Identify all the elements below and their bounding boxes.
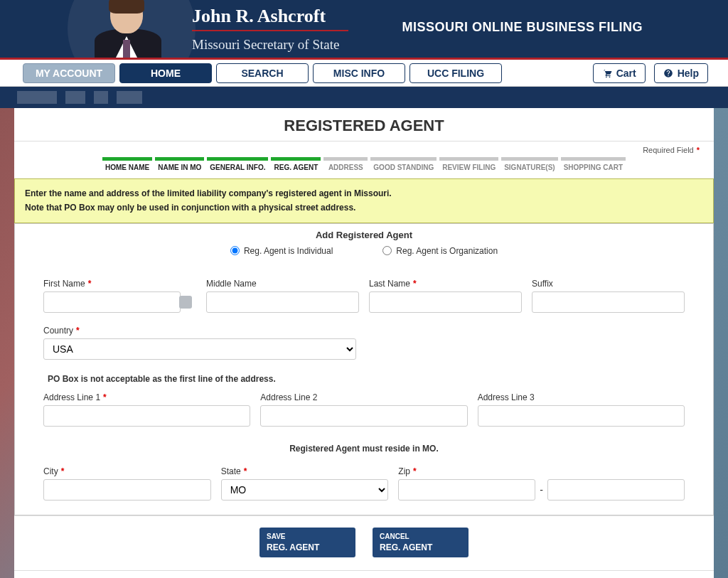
page-title: REGISTERED AGENT — [14, 108, 714, 141]
middle-name-input[interactable] — [206, 291, 359, 313]
help-button[interactable]: Help — [654, 63, 708, 83]
subnav-placeholder — [94, 91, 108, 104]
country-label: Country — [43, 326, 73, 336]
country-select[interactable]: USA — [43, 338, 356, 360]
step-signatures: SIGNATURE(S) — [501, 157, 557, 171]
cancel-button-big: REG. AGENT — [380, 542, 461, 554]
instruction-box: Enter the name and address of the limite… — [14, 178, 714, 223]
radio-agent-individual-input[interactable] — [230, 246, 240, 255]
save-button-small: SAVE — [267, 532, 348, 541]
radio-agent-organization-input[interactable] — [382, 246, 392, 255]
agent-type-radio-group: Reg. Agent is Individual Reg. Agent is O… — [15, 243, 713, 266]
help-label: Help — [678, 68, 699, 79]
nav-misc-info[interactable]: MISC INFO — [313, 63, 405, 83]
header-banner: John R. Ashcroft Missouri Secretary of S… — [0, 0, 728, 60]
subnav-placeholder — [65, 91, 85, 104]
save-button-big: REG. AGENT — [267, 542, 348, 554]
svg-point-1 — [609, 76, 610, 77]
state-label: State — [221, 466, 241, 476]
nav-search[interactable]: SEARCH — [216, 63, 309, 83]
subnav-placeholder — [117, 91, 142, 104]
add-registered-agent-panel: Add Registered Agent Reg. Agent is Indiv… — [14, 223, 714, 515]
cancel-reg-agent-button[interactable]: CANCEL REG. AGENT — [373, 528, 469, 557]
help-icon — [663, 68, 673, 78]
cart-icon — [602, 68, 612, 78]
step-shopping-cart: SHOPPING CART — [561, 157, 626, 171]
radio-agent-individual[interactable]: Reg. Agent is Individual — [230, 246, 333, 256]
cancel-button-small: CANCEL — [380, 532, 461, 541]
address3-input[interactable] — [478, 405, 685, 427]
address3-label: Address Line 3 — [478, 392, 685, 402]
nav-home[interactable]: HOME — [119, 63, 212, 83]
address1-input[interactable] — [43, 405, 250, 427]
step-good-standing: GOOD STANDING — [370, 157, 437, 171]
banner-divider — [192, 30, 348, 31]
step-address: ADDRESS — [323, 157, 368, 171]
suffix-input[interactable] — [532, 291, 685, 313]
address2-input[interactable] — [260, 405, 467, 427]
step-name-in-mo[interactable]: NAME IN MO — [155, 157, 204, 171]
suffix-label: Suffix — [532, 279, 685, 289]
sub-navbar — [0, 87, 728, 108]
action-bar: SAVE REG. AGENT CANCEL REG. AGENT — [14, 515, 714, 570]
official-title: Missouri Secretary of State — [192, 37, 339, 53]
autofill-icon — [179, 296, 192, 309]
middle-name-label: Middle Name — [206, 279, 359, 289]
save-reg-agent-button[interactable]: SAVE REG. AGENT — [259, 528, 355, 557]
radio-agent-organization-label: Reg. Agent is Organization — [396, 246, 498, 256]
last-name-input[interactable] — [369, 291, 522, 313]
nav-ucc-filing[interactable]: UCC FILING — [410, 63, 502, 83]
official-name: John R. Ashcroft — [192, 6, 326, 27]
last-name-label: Last Name — [369, 279, 410, 289]
state-select[interactable]: MO — [221, 479, 389, 501]
main-card: REGISTERED AGENT Required Field* HOME NA… — [14, 108, 714, 578]
step-home-name[interactable]: HOME NAME — [102, 157, 152, 171]
progress-steps: HOME NAME NAME IN MO GENERAL INFO. REG. … — [14, 154, 714, 178]
cart-label: Cart — [616, 68, 636, 79]
address2-label: Address Line 2 — [260, 392, 467, 402]
step-reg-agent[interactable]: REG. AGENT — [271, 157, 321, 171]
panel-heading: Add Registered Agent — [15, 224, 713, 243]
step-review-filing: REVIEW FILING — [439, 157, 498, 171]
registered-agent-section-header: Registered Agent — [14, 571, 714, 578]
instruction-line2: Note that PO Box may only be used in con… — [25, 200, 703, 215]
first-name-input[interactable] — [43, 291, 181, 313]
radio-agent-organization[interactable]: Reg. Agent is Organization — [382, 246, 498, 256]
reside-note: Registered Agent must reside in MO. — [43, 444, 685, 454]
step-general-info[interactable]: GENERAL INFO. — [207, 157, 268, 171]
cart-button[interactable]: Cart — [593, 63, 646, 83]
first-name-label: First Name — [43, 279, 85, 289]
main-navbar: MY ACCOUNT HOME SEARCH MISC INFO UCC FIL… — [0, 60, 728, 87]
city-label: City — [43, 466, 58, 476]
official-portrait — [89, 0, 167, 58]
zip-separator: - — [540, 484, 543, 496]
address1-label: Address Line 1 — [43, 392, 100, 402]
svg-point-0 — [606, 76, 607, 77]
radio-agent-individual-label: Reg. Agent is Individual — [244, 246, 333, 256]
zip-plus4-input[interactable] — [547, 479, 685, 501]
instruction-line1: Enter the name and address of the limite… — [25, 186, 703, 200]
application-title: MISSOURI ONLINE BUSINESS FILING — [402, 20, 643, 35]
required-field-note: Required Field* — [14, 141, 714, 154]
nav-my-account[interactable]: MY ACCOUNT — [23, 63, 115, 83]
zip-input[interactable] — [398, 479, 535, 501]
city-input[interactable] — [43, 479, 211, 501]
subnav-placeholder — [17, 91, 57, 104]
zip-label: Zip — [398, 466, 410, 476]
